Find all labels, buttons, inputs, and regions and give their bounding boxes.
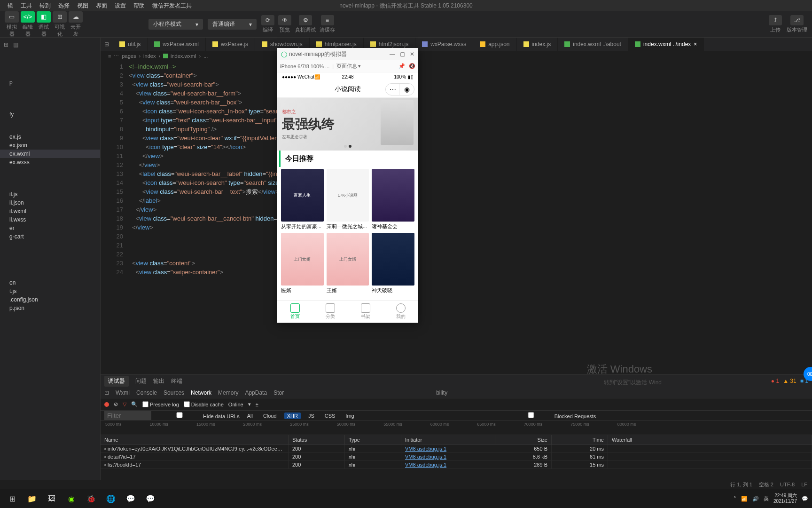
page-info-dropdown[interactable]: 页面信息: [336, 63, 357, 70]
pill-js[interactable]: JS: [305, 413, 317, 419]
task-app3[interactable]: 🐞: [83, 491, 100, 506]
file-item[interactable]: p: [0, 78, 100, 87]
error-badge[interactable]: ● 1: [771, 378, 779, 384]
tab-indexjs[interactable]: index.js: [517, 38, 558, 51]
breadcrumb-menu-icon[interactable]: ≡: [108, 53, 111, 59]
mute-icon[interactable]: 🔇: [409, 63, 415, 69]
file-item[interactable]: ex.json: [0, 141, 100, 150]
capsule-menu-icon[interactable]: ⋯: [386, 84, 400, 95]
warn-badge[interactable]: ▲ 31: [783, 378, 796, 384]
tab-me[interactable]: 我的: [383, 301, 418, 323]
devtools-tab-problems[interactable]: 问题: [135, 377, 147, 385]
menu-settings[interactable]: 设置: [111, 2, 130, 10]
upload-button[interactable]: ⤴: [769, 15, 782, 25]
minimize-icon[interactable]: —: [390, 51, 395, 57]
filter-icon[interactable]: ▽: [123, 401, 126, 407]
real-debug-button[interactable]: ⚙: [299, 15, 312, 25]
task-chrome[interactable]: 🌐: [102, 491, 119, 506]
search-icon[interactable]: 🔍: [131, 401, 138, 407]
start-button[interactable]: ⊞: [4, 491, 21, 506]
tray-ime[interactable]: 英: [764, 495, 769, 502]
devtools-tab-output[interactable]: 输出: [153, 377, 164, 385]
book-item[interactable]: 神天破晓: [372, 233, 414, 294]
close-icon[interactable]: ✕: [410, 51, 414, 57]
dt-console[interactable]: Console: [136, 389, 157, 396]
online-dropdown[interactable]: Online: [228, 402, 243, 407]
version-button[interactable]: ⎇: [790, 15, 804, 25]
task-app4[interactable]: 💬: [122, 491, 139, 506]
file-item-active[interactable]: ex.wxml: [0, 150, 100, 158]
menu-edit[interactable]: 辑: [4, 2, 17, 10]
tab-category[interactable]: 分类: [312, 301, 348, 323]
clear-cache-button[interactable]: ≡: [321, 15, 334, 25]
pill-img[interactable]: Img: [343, 413, 357, 419]
tab-wxparse-js[interactable]: wxParse.js: [206, 38, 255, 51]
dt-bility[interactable]: bility: [436, 389, 447, 396]
book-item[interactable]: 诸神基金会: [372, 169, 414, 230]
cloud-toggle[interactable]: ☁: [69, 11, 83, 23]
tab-wxparse-wxss[interactable]: wxParse.wxss: [415, 38, 473, 51]
pill-css[interactable]: CSS: [322, 413, 338, 419]
clear-icon[interactable]: ⊘: [114, 401, 118, 407]
menu-tools[interactable]: 工具: [17, 2, 36, 10]
tab-appjson[interactable]: app.json: [473, 38, 516, 51]
file-explorer[interactable]: ⊞ ▥ p fy ex.js ex.json ex.wxml ex.wxss i…: [0, 38, 101, 497]
tab-util[interactable]: util.js: [113, 38, 148, 51]
code-editor[interactable]: 123456789101112131415161718192021222324 …: [101, 61, 812, 374]
tab-index-about[interactable]: index.wxml ..\about: [558, 38, 628, 51]
tray-notifications-icon[interactable]: 💬: [802, 496, 808, 502]
network-timeline[interactable]: 5000 ms10000 ms15000 ms20000 ms25000 ms5…: [101, 421, 812, 435]
preview-button[interactable]: 👁: [278, 15, 291, 25]
dt-storage[interactable]: Stor: [273, 389, 284, 396]
simulator-toggle[interactable]: ▭: [5, 11, 19, 23]
file-item[interactable]: g-cart: [0, 232, 100, 241]
tray-clock[interactable]: 22:49 周六 2021/11/27: [773, 493, 797, 504]
tab-home[interactable]: 首页: [277, 301, 312, 323]
file-item[interactable]: ex.wxss: [0, 158, 100, 167]
explorer-icon[interactable]: ⊞: [4, 41, 8, 48]
file-item[interactable]: il.js: [0, 190, 100, 198]
task-explorer[interactable]: 📁: [23, 491, 40, 506]
dt-appdata[interactable]: AppData: [245, 389, 267, 396]
pill-xhr[interactable]: XHR: [284, 413, 301, 419]
preserve-log-check[interactable]: Preserve log: [142, 401, 179, 407]
compile-dropdown[interactable]: 普通编译▾: [208, 19, 257, 30]
visual-toggle[interactable]: ⊞: [53, 11, 67, 23]
devtools-tab-terminal[interactable]: 终端: [171, 377, 182, 385]
filter-input[interactable]: [104, 411, 151, 420]
sim-titlebar[interactable]: ◯ novel-miniapp的模拟器 — ▢ ✕: [277, 48, 418, 60]
file-item[interactable]: t.js: [0, 287, 100, 295]
pill-cloud[interactable]: Cloud: [260, 413, 280, 419]
file-item[interactable]: fy: [0, 110, 100, 119]
network-row[interactable]: ▫ list?bookId=17200xhrVM8 asdebug.js:128…: [101, 461, 812, 469]
file-item[interactable]: on: [0, 278, 100, 287]
tab-shelf[interactable]: 书架: [348, 301, 383, 323]
tab-wxparse-wxml[interactable]: wxParse.wxml: [148, 38, 206, 51]
dt-memory[interactable]: Memory: [218, 389, 238, 396]
debugger-toggle[interactable]: ◧: [37, 11, 51, 23]
hide-data-urls[interactable]: Hide data URLs: [156, 412, 240, 419]
mode-dropdown[interactable]: 小程序模式▾: [148, 19, 203, 30]
network-row[interactable]: ▫ info?token=eyJ0eXAiOiJKV1QiLCJhbGciOiJ…: [101, 445, 812, 453]
tab-nav-icon[interactable]: ⊟: [101, 41, 113, 48]
menu-interface[interactable]: 界面: [92, 2, 111, 10]
book-item[interactable]: 富豪人生从零开始的富豪...: [281, 169, 324, 230]
pill-all[interactable]: All: [244, 413, 256, 419]
menu-goto[interactable]: 转到: [36, 2, 55, 10]
sidebar-icon[interactable]: ▥: [13, 41, 18, 48]
maximize-icon[interactable]: ▢: [400, 51, 405, 57]
book-item[interactable]: 上门女婿王婿: [327, 233, 369, 294]
device-dropdown[interactable]: iPhone 6/7/8 100% ...: [280, 64, 329, 69]
record-button[interactable]: [104, 402, 109, 407]
dt-sources[interactable]: Sources: [164, 389, 184, 396]
file-item[interactable]: il.wxml: [0, 207, 100, 215]
tab-index-index[interactable]: index.wxml ..\index×: [628, 38, 704, 51]
book-item[interactable]: 上门女婿医婿: [281, 233, 324, 294]
close-icon[interactable]: ×: [694, 41, 697, 48]
menu-help[interactable]: 帮助: [130, 2, 148, 10]
devtools-tab-debugger[interactable]: 调试器: [104, 376, 129, 387]
breadcrumb[interactable]: ≡ ⋯ pages› index› index.wxml› ...: [101, 51, 812, 61]
file-item[interactable]: p.json: [0, 304, 100, 312]
tray-volume-icon[interactable]: 🔊: [752, 496, 759, 502]
menu-select[interactable]: 选择: [55, 2, 73, 10]
